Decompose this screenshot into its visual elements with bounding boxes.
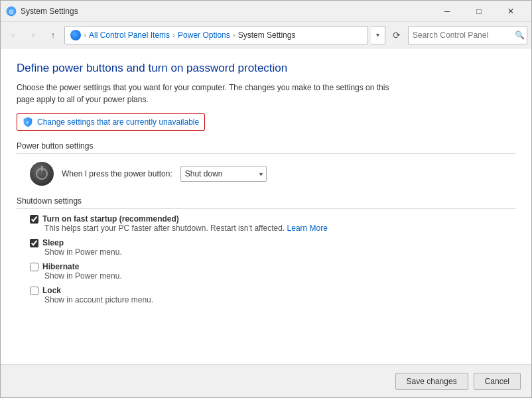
close-button[interactable]: ✕ <box>496 1 526 22</box>
power-button-section-header: Power button settings <box>17 141 515 154</box>
lock-desc: Show in account picture menu. <box>44 295 515 304</box>
window-icon: ⚙ <box>6 6 17 17</box>
hibernate-checkbox[interactable] <box>30 263 38 271</box>
svg-text:✔: ✔ <box>26 120 30 125</box>
power-button-label: When I press the power button: <box>62 169 172 178</box>
forward-button[interactable]: › <box>25 27 42 44</box>
lock-row: Lock <box>30 286 515 295</box>
maximize-button[interactable]: □ <box>464 1 494 22</box>
learn-more-link[interactable]: Learn More <box>287 224 328 233</box>
search-icon: 🔍 <box>515 31 525 40</box>
hibernate-row: Hibernate <box>30 262 515 271</box>
hibernate-desc: Show in Power menu. <box>44 271 515 281</box>
up-button[interactable]: ↑ <box>44 27 62 44</box>
system-settings-window: ⚙ System Settings ─ □ ✕ ‹ › ↑ › All Cont… <box>0 0 532 398</box>
svg-text:⚙: ⚙ <box>9 9 14 15</box>
footer: Save changes Cancel <box>1 364 531 397</box>
window-title: System Settings <box>21 7 432 16</box>
address-dropdown[interactable]: ▾ <box>371 26 385 44</box>
sleep-label[interactable]: Sleep <box>42 238 64 247</box>
refresh-button[interactable]: ⟳ <box>388 27 405 44</box>
breadcrumb: › All Control Panel Items › Power Option… <box>64 26 368 44</box>
title-bar: ⚙ System Settings ─ □ ✕ <box>1 1 531 22</box>
shutdown-section-header: Shutdown settings <box>17 196 515 209</box>
main-content: Define power buttons and turn on passwor… <box>1 48 531 364</box>
power-button-icon <box>30 162 54 186</box>
fast-startup-desc: This helps start your PC faster after sh… <box>44 224 515 233</box>
sleep-checkbox[interactable] <box>30 239 38 247</box>
sleep-desc: Show in Power menu. <box>44 247 515 257</box>
power-icon-ring <box>36 168 48 180</box>
page-description: Choose the power settings that you want … <box>17 82 515 105</box>
power-dropdown-wrapper: Shut down Sleep Hibernate Do nothing Tur… <box>180 166 267 182</box>
power-action-select[interactable]: Shut down Sleep Hibernate Do nothing Tur… <box>180 166 267 182</box>
window-controls: ─ □ ✕ <box>432 1 526 22</box>
shield-icon: ✔ <box>23 117 33 127</box>
breadcrumb-current: System Settings <box>238 31 296 40</box>
search-box: 🔍 <box>408 26 527 44</box>
change-settings-link[interactable]: ✔ Change settings that are currently una… <box>17 113 205 131</box>
breadcrumb-power-options[interactable]: Power Options <box>178 31 230 40</box>
fast-startup-row: Turn on fast startup (recommended) <box>30 214 515 224</box>
breadcrumb-control-panel[interactable]: All Control Panel Items <box>89 31 170 40</box>
change-settings-text: Change settings that are currently unava… <box>37 117 199 127</box>
lock-checkbox[interactable] <box>30 287 38 295</box>
power-button-row: When I press the power button: Shut down… <box>30 162 515 186</box>
globe-icon <box>70 30 81 40</box>
shutdown-settings: Shutdown settings Turn on fast startup (… <box>17 196 515 304</box>
sleep-row: Sleep <box>30 238 515 247</box>
minimize-button[interactable]: ─ <box>432 1 462 22</box>
address-bar: ‹ › ↑ › All Control Panel Items › Power … <box>1 22 531 48</box>
save-changes-button[interactable]: Save changes <box>395 373 468 390</box>
page-heading: Define power buttons and turn on passwor… <box>17 62 515 75</box>
hibernate-label[interactable]: Hibernate <box>42 262 79 271</box>
lock-label[interactable]: Lock <box>42 286 61 295</box>
search-input[interactable] <box>413 31 512 40</box>
cancel-button[interactable]: Cancel <box>474 373 521 390</box>
back-button[interactable]: ‹ <box>5 27 22 44</box>
fast-startup-checkbox[interactable] <box>30 215 38 224</box>
fast-startup-label[interactable]: Turn on fast startup (recommended) <box>42 214 179 224</box>
